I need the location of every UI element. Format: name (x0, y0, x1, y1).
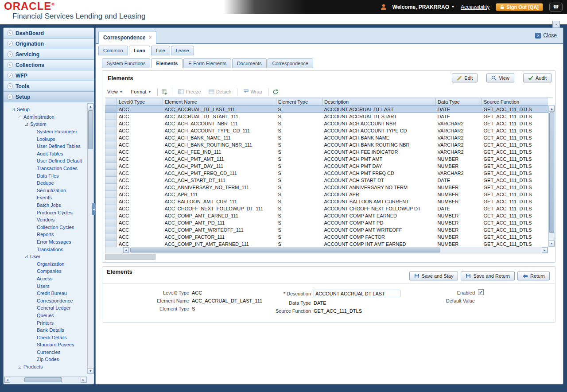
grid-cell[interactable]: ACCOUNT CHGOFF NEXT FOLLOWUP DT (322, 205, 436, 212)
grid-cell[interactable]: VARCHAR2 (436, 120, 482, 127)
sign-out-button[interactable]: Sign Out [QA] (496, 3, 543, 11)
grid-row[interactable]: ACCACC_ACH_FEE_IND_111SACCOUNT ACH FEE I… (105, 148, 548, 155)
grid-cell[interactable]: NUMBER (436, 233, 482, 241)
grid-cell[interactable]: NUMBER (436, 163, 482, 170)
grid-cell[interactable]: NUMBER (436, 212, 482, 219)
row-selector[interactable] (105, 233, 117, 241)
grid-cell[interactable]: GET_ACC_111_DTLS (482, 205, 548, 212)
grid-row[interactable]: ACCACC_CHGOFF_NEXT_FOLLOWUP_DT_111SACCOU… (105, 205, 548, 212)
tree-node-credit-bureau[interactable]: Credit Bureau (4, 290, 87, 297)
scroll-thumb[interactable] (24, 377, 62, 382)
grid-cell[interactable]: DATE (436, 205, 482, 212)
grid-cell[interactable]: GET_ACC_111_DTLS (482, 191, 548, 198)
grid-cell[interactable]: ACC_ACCRUAL_DT_START_111 (163, 113, 276, 120)
grid-cell[interactable]: VARCHAR2 (436, 170, 482, 177)
tree-node-error-messages[interactable]: Error Messages (4, 238, 87, 246)
tree-node-bank-details[interactable]: Bank Details (4, 326, 87, 334)
row-selector[interactable] (105, 163, 117, 170)
grid-row[interactable]: ACCACC_ACH_PMT_FREQ_CD_111SACCOUNT ACH P… (105, 170, 548, 177)
sidebar-item-origination[interactable]: › Origination (4, 39, 94, 49)
subtab-correspondence[interactable]: Correspondence (268, 58, 313, 68)
grid-cell[interactable]: S (276, 134, 322, 141)
grid-cell[interactable]: VARCHAR2 (436, 127, 482, 134)
tree-node-queues[interactable]: Queues (4, 312, 87, 319)
tab-correspondence[interactable]: Correspondence × (98, 31, 156, 44)
tab-common[interactable]: Common (98, 46, 128, 55)
grid-cell[interactable]: ACC_ACH_ACCOUNT_TYPE_CD_111 (163, 127, 276, 134)
sidebar-vertical-scrollbar[interactable]: ▲ ▼ (87, 103, 94, 374)
grid-cell[interactable]: GET_ACC_111_DTLS (482, 134, 548, 141)
grid-cell[interactable]: ACC (117, 219, 163, 226)
grid-cell[interactable]: ACC (117, 184, 163, 191)
grid-cell[interactable]: NUMBER (436, 226, 482, 233)
grid-cell[interactable]: GET_ACC_111_DTLS (482, 184, 548, 191)
tree-node-setup[interactable]: Setup (4, 106, 87, 113)
wrap-button[interactable]: Wrap (241, 88, 264, 96)
grid-cell[interactable]: S (276, 141, 322, 148)
scroll-down-icon[interactable]: ▼ (88, 368, 93, 374)
welcome-menu[interactable]: Welcome, PRAKRRAO▼ (392, 4, 454, 10)
grid-cell[interactable]: S (276, 226, 322, 233)
grid-cell[interactable]: GET_ACC_111_DTLS (482, 106, 548, 113)
grid-cell[interactable]: ACCOUNT COMP AMT WRITEOFF (322, 226, 436, 233)
grid-cell[interactable]: GET_ACC_111_DTLS (482, 148, 548, 155)
grid-cell[interactable]: ACC_ACH_START_DT_111 (163, 177, 276, 184)
phone-icon[interactable]: ☎ (549, 3, 563, 12)
save-and-return-button[interactable]: Save and Return (461, 272, 515, 280)
grid-cell[interactable]: VARCHAR2 (436, 148, 482, 155)
grid-cell[interactable]: ACCOUNT ACH BANK NAME (322, 134, 436, 141)
grid-cell[interactable]: GET_ACC_111_DTLS (482, 219, 548, 226)
grid-cell[interactable]: S (276, 205, 322, 212)
grid-cell[interactable]: NUMBER (436, 155, 482, 163)
grid-row[interactable]: ACCACC_ACH_PMT_DAY_111SACCOUNT ACH PMT D… (105, 163, 548, 170)
column-header-source-function[interactable]: Source Function (482, 98, 548, 106)
grid-cell[interactable]: ACCOUNT COMP AMT PD (322, 219, 436, 226)
grid-cell[interactable]: S (276, 170, 322, 177)
accessibility-link[interactable]: Accessibility (461, 4, 489, 10)
grid-cell[interactable]: S (276, 106, 322, 113)
grid-cell[interactable]: ACC_COMP_AMT_WRITEOFF_111 (163, 226, 276, 233)
tree-node-check-details[interactable]: Check Details (4, 334, 87, 341)
grid-cell[interactable]: ACCOUNT BALLOON AMT CURRENT (322, 198, 436, 205)
grid-cell[interactable]: ACC_COMP_FACTOR_111 (163, 233, 276, 241)
tree-node-zip-codes[interactable]: Zip Codes (4, 356, 87, 363)
tree-node-organization[interactable]: Organization (4, 260, 87, 268)
grid-cell[interactable]: GET_ACC_111_DTLS (482, 198, 548, 205)
grid-cell[interactable]: ACC (117, 205, 163, 212)
grid-cell[interactable]: GET_ACC_111_DTLS (482, 155, 548, 163)
grid-row[interactable]: ACCACC_BALLOON_AMT_CUR_111SACCOUNT BALLO… (105, 198, 548, 205)
return-button[interactable]: Return (517, 272, 550, 280)
audit-button[interactable]: Audit (523, 74, 551, 82)
grid-cell[interactable]: ACC_COMP_AMT_PD_111 (163, 219, 276, 226)
grid-row[interactable]: ACCACC_ACH_BANK_NAME_111SACCOUNT ACH BAN… (105, 134, 548, 141)
tab-close-icon[interactable]: × (148, 35, 151, 41)
tree-node-events[interactable]: Events (4, 194, 87, 202)
grid-cell[interactable]: NUMBER (436, 198, 482, 205)
save-and-stay-button[interactable]: Save and Stay (409, 272, 458, 280)
grid-cell[interactable]: S (276, 127, 322, 134)
row-selector[interactable] (105, 155, 117, 163)
grid-cell[interactable]: GET_ACC_111_DTLS (482, 170, 548, 177)
tree-node-system[interactable]: System (4, 120, 87, 128)
tree-node-correspondence[interactable]: Correspondence (4, 297, 87, 304)
grid-row[interactable]: ACCACC_ACH_ACCOUNT_NBR_111SACCOUNT ACH A… (105, 120, 548, 127)
scroll-thumb[interactable] (549, 113, 554, 233)
tree-node-data-files[interactable]: Data Files (4, 172, 87, 179)
grid-cell[interactable]: GET_ACC_111_DTLS (482, 212, 548, 219)
grid-cell[interactable]: ACC (117, 177, 163, 184)
enabled-checkbox[interactable]: ✓ (478, 289, 484, 295)
grid-cell[interactable]: ACC_ACH_BANK_ROUTING_NBR_111 (163, 141, 276, 148)
sidebar-item-servicing[interactable]: › Servicing (4, 49, 94, 60)
grid-cell[interactable]: ACCOUNT ACH PMT DAY (322, 163, 436, 170)
grid-cell[interactable]: S (276, 148, 322, 155)
tree-node-collection-cycles[interactable]: Collection Cycles (4, 224, 87, 231)
grid-cell[interactable]: S (276, 212, 322, 219)
freeze-button[interactable]: Freeze (176, 88, 202, 96)
tree-node-standard-payees[interactable]: Standard Payees (4, 341, 87, 349)
grid-cell[interactable]: ACC_ACCRUAL_DT_LAST_111 (163, 106, 276, 113)
grid-cell[interactable]: S (276, 241, 322, 247)
grid-cell[interactable]: ACC (117, 198, 163, 205)
sidebar-item-wfp[interactable]: › WFP (4, 70, 94, 81)
grid-row[interactable]: ACCACC_COMP_AMT_PD_111SACCOUNT COMP AMT … (105, 219, 548, 226)
grid-vertical-scrollbar[interactable]: ▲ ▼ (548, 105, 555, 247)
